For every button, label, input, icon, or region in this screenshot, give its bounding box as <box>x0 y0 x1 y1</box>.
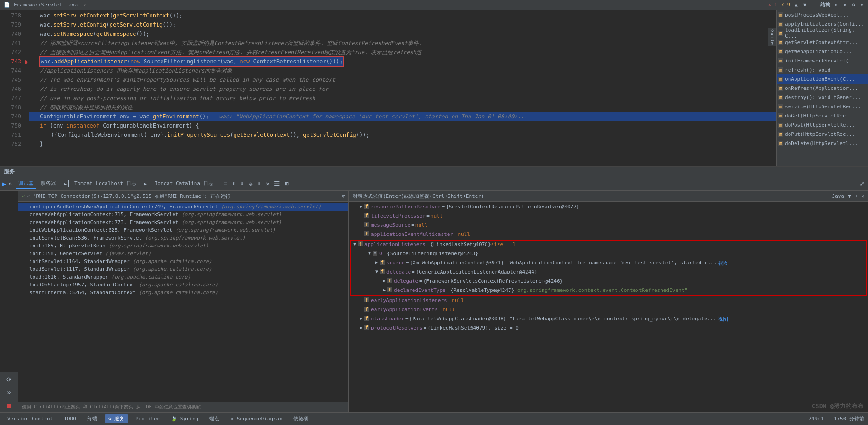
struct-item-doput[interactable]: m doPut(HttpServletRec... <box>777 129 868 139</box>
frame-11[interactable]: startInternal:5264, StandardContext (org… <box>18 289 348 296</box>
code-line-745: // The wac environment's #initPropertySo… <box>29 75 776 84</box>
var-list-0[interactable]: ▼ ≡ 0 = {SourceFilteringListener@4243} <box>350 250 867 259</box>
struct-item-dopost[interactable]: m doPost(HttpServletRe... <box>777 120 868 129</box>
debug-step-over-icon[interactable]: ▶ <box>2 179 6 188</box>
side-icon-run[interactable]: ■ <box>3 400 16 411</box>
var-lifecycleProcessor[interactable]: ▶ f lifecycleProcessor = null <box>349 212 868 221</box>
frame-10[interactable]: loadOnStartup:4957, StandardContext (org… <box>18 281 348 289</box>
download-icon[interactable]: ⬙ <box>247 179 254 188</box>
structure-settings-btn[interactable]: ⚙ <box>851 2 856 8</box>
frame-9[interactable]: load:1010, StandardWrapper (org.apache.c… <box>18 273 348 281</box>
struct-item-postprocess[interactable]: m postProcessWebAppl... <box>777 10 868 19</box>
guide-panel-label[interactable]: Guide <box>768 28 776 46</box>
filter-icon[interactable]: ≡ <box>222 179 229 188</box>
expand-arrow: ▶ <box>360 325 363 330</box>
watch-right: Java ▼ + ✕ <box>832 193 864 199</box>
separator: | <box>827 416 830 422</box>
struct-item-doget[interactable]: m doGet(HttpServletRec... <box>777 111 868 120</box>
struct-item-onrefresh[interactable]: m onRefresh(Applicatior... <box>777 84 868 93</box>
frame-0[interactable]: configureAndRefreshWebApplicationContext… <box>18 203 348 211</box>
struct-item-loadinitializer[interactable]: m loadInitializer(String, C... <box>777 28 868 38</box>
side-icon-2[interactable]: » <box>3 387 16 398</box>
line-743-breakpoint[interactable]: 743 <box>0 57 21 66</box>
add-watch-btn[interactable]: + <box>855 193 858 199</box>
side-icon-1[interactable]: ⟳ <box>3 374 16 385</box>
var-applicationListeners[interactable]: ▼ f applicationListeners = {LinkedHashSe… <box>350 240 867 250</box>
status-tab-deps[interactable]: 依赖项 <box>290 414 312 423</box>
close-icon[interactable]: ✕ <box>83 2 86 8</box>
nav-up-btn[interactable]: ▲ <box>794 2 799 8</box>
view-link[interactable]: 视图 <box>718 260 728 267</box>
var-classLoader[interactable]: ▶ f classLoader = {ParallelWebappClassLo… <box>349 315 868 324</box>
status-tab-service[interactable]: ⚙ 服务 <box>105 414 128 423</box>
close-icon[interactable]: ✕ <box>264 179 271 188</box>
lang-dropdown[interactable]: ▼ <box>848 193 851 199</box>
var-earlyApplicationListeners[interactable]: ▶ f earlyApplicationListeners = null <box>349 296 868 306</box>
frame-2[interactable]: createWebApplicationContext:773, Framewo… <box>18 218 348 226</box>
struct-item-dodelete[interactable]: m doDelete(HttpServletl... <box>777 139 868 148</box>
tab-debugger[interactable]: 调试器 <box>16 179 36 189</box>
upload-icon[interactable]: ⬆ <box>256 179 262 188</box>
frame-8[interactable]: loadServlet:1117, StandardWrapper (org.a… <box>18 265 348 273</box>
var-delegate-outer[interactable]: ▼ f delegate = {GenericApplicationListen… <box>350 268 867 277</box>
code-line-743: ● wac.addApplicationListener(new SourceF… <box>29 57 776 66</box>
layout-icon[interactable]: ☰ <box>273 179 281 188</box>
watch-toolbar: 对表达式求值(Enter)或添加监视(Ctrl+Shift+Enter) Jav… <box>349 191 868 202</box>
struct-item-getservletcontext[interactable]: m getServletContextAttr... <box>777 38 868 47</box>
code-line-750: if (env instanceof ConfigurableWebEnviro… <box>29 121 776 130</box>
structure-sort-btn[interactable]: ⇅ <box>834 2 839 8</box>
var-messageSource[interactable]: ▶ f messageSource = null <box>349 221 868 230</box>
code-line-752: } <box>29 140 776 149</box>
status-tab-seqdiagram[interactable]: ↕ SequenceDiagram <box>227 415 286 423</box>
structure-filter-btn[interactable]: ⇵ <box>842 2 847 8</box>
tab-tomcat-localhost[interactable]: Tomcat Localhost 日志 <box>72 179 139 189</box>
grid-icon[interactable]: ⊞ <box>283 179 290 188</box>
debug-expand-icon[interactable]: » <box>8 180 12 187</box>
frame-3[interactable]: initWebApplicationContext:625, Framework… <box>18 226 348 234</box>
status-tab-todo[interactable]: TODO <box>60 415 80 423</box>
var-source[interactable]: ▶ f source = {XmlWebApplicationContext@3… <box>350 259 867 268</box>
expand-panel-icon[interactable]: ⤢ <box>858 179 866 188</box>
tab-tomcat-catalina[interactable]: Tomcat Catalina 日志 <box>152 179 216 189</box>
frame-7[interactable]: initServlet:1164, StandardWrapper (org.a… <box>18 257 348 265</box>
struct-item-initframework[interactable]: m initFrameworkServlet(... <box>777 56 868 65</box>
frame-6[interactable]: init:158, GenericServlet (javax.servlet) <box>18 250 348 257</box>
nav-down-btn[interactable]: ▼ <box>802 2 807 8</box>
status-tab-spring[interactable]: 🍃 Spring <box>167 415 202 423</box>
struct-item-destroy[interactable]: m destroy(): void †Gener... <box>777 93 868 102</box>
close-watch-btn[interactable]: ✕ <box>861 193 864 199</box>
var-earlyApplicationEvents[interactable]: ▶ f earlyApplicationEvents = null <box>349 306 868 315</box>
frame-5[interactable]: init:185, HttpServletBean (org.springfra… <box>18 242 348 250</box>
struct-item-service[interactable]: m service(HttpServletRec... <box>777 102 868 111</box>
status-tab-profiler[interactable]: Profiler <box>132 415 163 423</box>
tomcat-icon[interactable]: ▶ <box>62 180 69 187</box>
file-icon: 📄 <box>4 2 10 8</box>
var-declaredEventType[interactable]: ▶ f declaredEventType = {ResolvableType@… <box>350 286 867 296</box>
filter-threads-icon[interactable]: ▽ <box>342 193 345 199</box>
var-resourcePatternResolver[interactable]: ▶ f resourcePatternResolver = {ServletCo… <box>349 203 868 212</box>
var-delegate-inner[interactable]: ▶ f delegate = {FrameworkServlet$Context… <box>350 277 867 286</box>
var-protocolResolvers[interactable]: ▶ f protocolResolvers = {LinkedHashSet@4… <box>349 324 868 333</box>
code-editor[interactable]: wac.setServletContext(getServletContext(… <box>25 10 776 166</box>
var-applicationEventMulticaster[interactable]: ▶ f applicationEventMulticaster = null <box>349 230 868 240</box>
tomcat-catalina-icon[interactable]: ▶ <box>142 180 149 187</box>
list-badge: ≡ <box>373 251 377 256</box>
m-icon: m <box>778 86 783 91</box>
struct-item-getwebapp[interactable]: m getWebApplicationCo... <box>777 47 868 56</box>
tab-server[interactable]: 服务器 <box>38 179 59 189</box>
struct-item-refresh[interactable]: m refresh(): void <box>777 65 868 74</box>
view-link-2[interactable]: 视图 <box>718 316 728 323</box>
file-tab[interactable]: 📄 FrameworkServlet.java ✕ <box>4 2 86 8</box>
status-tab-versioncontrol[interactable]: Version Control <box>4 415 56 423</box>
status-tab-endpoints[interactable]: 端点 <box>206 414 223 423</box>
frame-1[interactable]: createWebApplicationContext:715, Framewo… <box>18 211 348 218</box>
service-section-label: 服务 <box>0 167 868 177</box>
frame-4[interactable]: initServletBean:536, FrameworkServlet (o… <box>18 234 348 242</box>
bottom-panel: ▶ » 调试器 服务器 ▶ Tomcat Localhost 日志 ▶ Tomc… <box>0 177 868 413</box>
scroll-up-icon[interactable]: ⬆ <box>230 179 237 188</box>
structure-close-btn[interactable]: ✕ <box>859 2 864 8</box>
line-numbers: 738 739 740 741 742 743 744 745 746 747 … <box>0 10 25 166</box>
struct-item-onappevent[interactable]: m onApplicationEvent(C... <box>777 74 868 84</box>
scroll-down-icon[interactable]: ⬇ <box>239 179 246 188</box>
status-tab-terminal[interactable]: 终端 <box>84 414 101 423</box>
